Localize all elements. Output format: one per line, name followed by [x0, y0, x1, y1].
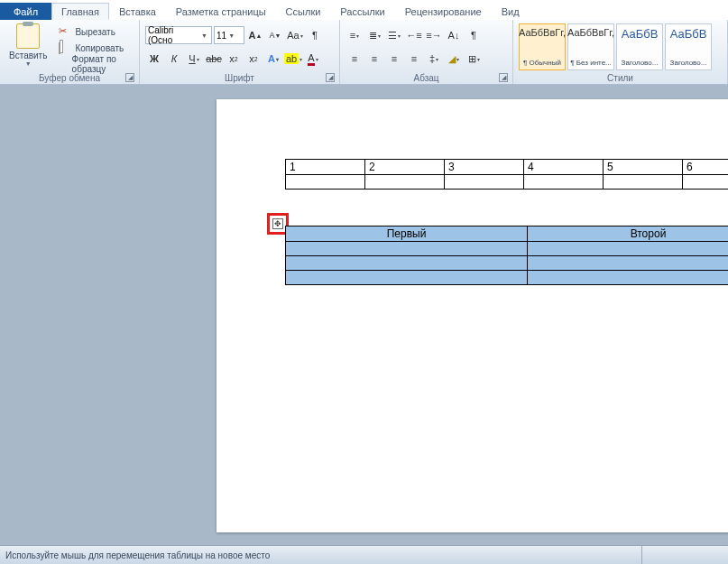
clipboard-icon [16, 23, 40, 49]
subscript-button[interactable]: x2 [225, 50, 243, 68]
status-bar: Используйте мышь для перемещения таблицы… [0, 545, 728, 564]
shrink-font-button[interactable]: A▼ [266, 26, 284, 44]
justify-button[interactable]: ≡ [405, 50, 423, 68]
change-case-button[interactable]: Aa▾ [286, 26, 304, 44]
tab-references[interactable]: Ссылки [276, 3, 331, 20]
document-canvas[interactable]: 1 2 3 4 5 6 ✥ Первый Второй [0, 85, 728, 545]
sort-button[interactable]: A↓ [445, 26, 463, 44]
dialog-launcher[interactable]: ◢ [499, 73, 508, 82]
align-center-button[interactable]: ≡ [365, 50, 383, 68]
paste-button[interactable]: Вставить ▼ [4, 22, 52, 67]
style-heading2[interactable]: АаБбВ Заголово... [665, 23, 712, 70]
table-2[interactable]: Первый Второй [285, 226, 728, 285]
t2-header[interactable]: Второй [528, 227, 729, 242]
t1-cell[interactable]: 6 [683, 160, 729, 175]
line-spacing-button[interactable]: ‡▾ [425, 50, 443, 68]
t1-cell[interactable]: 1 [286, 160, 365, 175]
table-1[interactable]: 1 2 3 4 5 6 [285, 159, 728, 190]
show-marks-button[interactable]: ¶ [465, 26, 483, 44]
grow-font-button[interactable]: A▲ [246, 26, 264, 44]
tab-mailings[interactable]: Рассылки [330, 3, 394, 20]
text-effects-button[interactable]: A▾ [264, 50, 282, 68]
t1-cell[interactable]: 2 [365, 160, 445, 175]
dialog-launcher[interactable]: ◢ [326, 73, 335, 82]
italic-button[interactable]: К [165, 50, 183, 68]
ribbon-tabs: Файл Главная Вставка Разметка страницы С… [0, 0, 728, 20]
bold-button[interactable]: Ж [145, 50, 163, 68]
pilcrow-button[interactable]: ¶ [306, 26, 324, 44]
tab-view[interactable]: Вид [492, 3, 530, 20]
ribbon: Вставить ▼ ✂Вырезать Копировать Формат п… [0, 20, 728, 85]
font-size-combo[interactable]: 11▼ [214, 26, 244, 44]
bullets-button[interactable]: ≡▾ [346, 26, 364, 44]
font-name-combo[interactable]: Calibri (Осно▼ [145, 26, 212, 44]
outdent-button[interactable]: ←≡ [405, 26, 423, 44]
style-no-spacing[interactable]: АаБбВвГг, ¶ Без инте... [567, 23, 614, 70]
align-right-button[interactable]: ≡ [385, 50, 403, 68]
shading-button[interactable]: ◢▾ [445, 50, 463, 68]
chevron-down-icon: ▼ [25, 60, 32, 67]
superscript-button[interactable]: x2 [244, 50, 263, 68]
strike-button[interactable]: abc [205, 50, 223, 68]
copy-icon [59, 42, 60, 54]
tab-home[interactable]: Главная [51, 3, 109, 20]
underline-button[interactable]: Ч▾ [185, 50, 203, 68]
tab-review[interactable]: Рецензирование [395, 3, 492, 20]
t1-cell[interactable]: 3 [445, 160, 524, 175]
tab-insert[interactable]: Вставка [109, 3, 166, 20]
dialog-launcher[interactable]: ◢ [125, 73, 134, 82]
style-normal[interactable]: АаБбВвГг, ¶ Обычный [519, 23, 566, 70]
status-text: Используйте мышь для перемещения таблицы… [5, 550, 270, 560]
page: 1 2 3 4 5 6 ✥ Первый Второй [217, 99, 728, 532]
format-painter-button[interactable]: Формат по образцу [56, 56, 134, 72]
scissors-icon: ✂ [59, 25, 71, 38]
multilevel-button[interactable]: ☰▾ [385, 26, 403, 44]
cut-button[interactable]: ✂Вырезать [56, 23, 134, 40]
numbering-button[interactable]: ≣▾ [365, 26, 383, 44]
highlight-button[interactable]: ab▾ [284, 50, 302, 68]
borders-button[interactable]: ⊞▾ [465, 50, 483, 68]
tab-file[interactable]: Файл [0, 3, 51, 20]
style-heading1[interactable]: АаБбВ Заголово... [616, 23, 663, 70]
tab-layout[interactable]: Разметка страницы [166, 3, 276, 20]
t2-header[interactable]: Первый [286, 227, 528, 242]
move-icon: ✥ [272, 218, 283, 229]
t1-cell[interactable]: 5 [604, 160, 683, 175]
t1-cell[interactable]: 4 [524, 160, 604, 175]
font-color-button[interactable]: A▾ [304, 50, 322, 68]
align-left-button[interactable]: ≡ [346, 50, 364, 68]
indent-button[interactable]: ≡→ [425, 26, 443, 44]
